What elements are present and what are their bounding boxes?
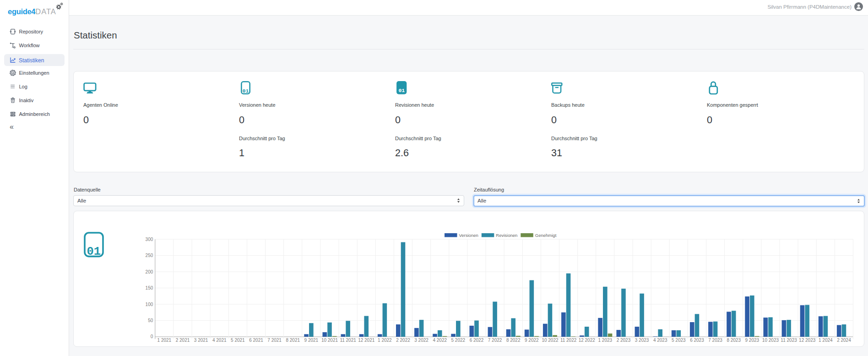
svg-text:100: 100 xyxy=(146,302,153,307)
svg-text:2 2022: 2 2022 xyxy=(396,338,410,343)
svg-text:200: 200 xyxy=(146,269,153,274)
svg-text:11 2023: 11 2023 xyxy=(781,338,797,343)
svg-text:Revisionen: Revisionen xyxy=(496,233,517,238)
svg-text:4 2023: 4 2023 xyxy=(653,338,667,343)
svg-text:5 2023: 5 2023 xyxy=(672,338,686,343)
svg-text:50: 50 xyxy=(148,318,153,323)
svg-text:7 2023: 7 2023 xyxy=(708,338,722,343)
svg-text:8 2023: 8 2023 xyxy=(727,338,741,343)
svg-text:12 2022: 12 2022 xyxy=(579,338,596,343)
svg-text:1 2023: 1 2023 xyxy=(598,338,613,343)
svg-text:10 2021: 10 2021 xyxy=(321,338,338,343)
svg-text:7 2021: 7 2021 xyxy=(267,338,282,343)
svg-text:8 2022: 8 2022 xyxy=(506,338,521,343)
svg-text:9 2023: 9 2023 xyxy=(745,338,760,343)
svg-text:10 2022: 10 2022 xyxy=(542,338,559,343)
svg-text:5 2022: 5 2022 xyxy=(451,338,466,343)
svg-text:8 2021: 8 2021 xyxy=(286,338,300,343)
svg-text:9 2021: 9 2021 xyxy=(304,338,319,343)
svg-text:5 2021: 5 2021 xyxy=(231,338,245,343)
svg-text:11 2022: 11 2022 xyxy=(560,338,577,343)
svg-text:01: 01 xyxy=(243,88,249,94)
svg-text:300: 300 xyxy=(146,237,153,242)
svg-text:1 2024: 1 2024 xyxy=(819,338,833,343)
svg-text:150: 150 xyxy=(146,285,153,290)
svg-text:4 2021: 4 2021 xyxy=(212,338,227,343)
svg-text:Versionen: Versionen xyxy=(459,233,478,238)
svg-text:3 2023: 3 2023 xyxy=(635,338,649,343)
svg-text:9 2022: 9 2022 xyxy=(525,338,539,343)
svg-text:3 2021: 3 2021 xyxy=(194,338,208,343)
svg-text:12 2023: 12 2023 xyxy=(799,338,816,343)
svg-text:7 2022: 7 2022 xyxy=(488,338,502,343)
svg-text:6 2022: 6 2022 xyxy=(470,338,484,343)
svg-text:1 2022: 1 2022 xyxy=(378,338,392,343)
svg-text:2 2023: 2 2023 xyxy=(617,338,631,343)
svg-text:250: 250 xyxy=(146,253,153,258)
svg-text:4 2022: 4 2022 xyxy=(433,338,447,343)
svg-text:11 2021: 11 2021 xyxy=(340,338,356,343)
svg-text:10 2023: 10 2023 xyxy=(762,338,779,343)
svg-text:01: 01 xyxy=(398,88,405,94)
svg-text:2 2024: 2 2024 xyxy=(837,338,851,343)
svg-text:0: 0 xyxy=(151,334,153,339)
svg-text:Genehmigt: Genehmigt xyxy=(535,233,557,238)
svg-text:3 2022: 3 2022 xyxy=(414,338,429,343)
svg-text:12 2021: 12 2021 xyxy=(358,338,375,343)
svg-text:6 2023: 6 2023 xyxy=(690,338,704,343)
svg-text:6 2021: 6 2021 xyxy=(249,338,263,343)
svg-text:2 2021: 2 2021 xyxy=(176,338,190,343)
svg-text:1 2021: 1 2021 xyxy=(157,338,172,343)
